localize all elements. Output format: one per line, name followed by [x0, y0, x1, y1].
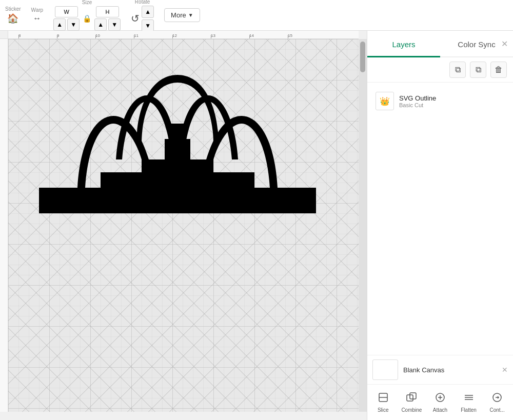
size-h-down-btn[interactable]: ▼ — [108, 18, 121, 31]
more-label: More — [171, 11, 186, 19]
slice-btn[interactable]: Slice — [369, 389, 397, 416]
flatten-icon — [463, 392, 475, 406]
delete-icon: 🗑 — [495, 65, 503, 74]
panel-close-icon[interactable]: ✕ — [501, 39, 508, 49]
caret-icon: ▼ — [188, 12, 193, 18]
right-panel: Layers Color Sync ✕ ⧉ ⧉ 🗑 👑 — [367, 31, 513, 420]
slice-label: Slice — [378, 407, 389, 413]
panel-actions: Slice Combine Attach Flatten — [367, 384, 513, 420]
attach-label: Attach — [433, 407, 447, 413]
ruler-vertical — [0, 39, 8, 412]
blank-canvas-item[interactable]: Blank Canvas ✕ — [367, 355, 513, 384]
panel-tabs: Layers Color Sync ✕ — [367, 31, 513, 57]
scrollbar-vertical[interactable] — [359, 39, 367, 412]
canvas-area[interactable]: 8 9 10 11 12 13 14 15 — [0, 31, 367, 420]
warp-label: Warp — [31, 7, 44, 13]
rotate-up-btn[interactable]: ▲ — [142, 6, 154, 18]
sticker-label: Sticker — [5, 6, 21, 12]
duplicate-icon: ⧉ — [476, 65, 481, 74]
canvas-grid[interactable] — [8, 39, 359, 412]
blank-canvas-close-icon[interactable]: ✕ — [502, 366, 508, 374]
size-w-input[interactable] — [55, 6, 78, 17]
attach-icon — [435, 392, 446, 406]
ruler-corner — [0, 31, 8, 39]
combine-btn[interactable]: Combine — [398, 389, 426, 416]
svg-rect-0 — [39, 188, 316, 213]
svg-rect-3 — [165, 139, 190, 162]
flatten-btn[interactable]: Flatten — [455, 389, 483, 416]
main-toolbar: Sticker 🏠 Warp ↔ Size ▲ ▼ 🔒 ▲ — [0, 0, 513, 31]
duplicate-layer-btn[interactable]: ⧉ — [470, 62, 486, 78]
ruler-tick-11: 11 — [134, 33, 139, 38]
sticker-group: Sticker 🏠 — [5, 6, 21, 24]
size-up-btn[interactable]: ▲ — [53, 18, 66, 31]
ruler-tick-15: 15 — [288, 33, 292, 38]
more-button[interactable]: More ▼ — [164, 8, 200, 22]
flatten-label: Flatten — [461, 407, 477, 413]
size-down-btn[interactable]: ▼ — [67, 18, 80, 31]
ruler-tick-13: 13 — [211, 33, 215, 38]
warp-group: Warp ↔ — [31, 7, 44, 23]
copy-icon: ⧉ — [455, 65, 461, 74]
layer-thumb-svg: 👑 — [376, 92, 394, 110]
combine-label: Combine — [401, 407, 422, 413]
blank-canvas-thumb — [372, 359, 398, 380]
ruler-tick-12: 12 — [172, 33, 177, 38]
rotate-group: Rotate ↺ ▲ ▼ — [131, 0, 154, 32]
scrollbar-thumb[interactable] — [360, 42, 365, 72]
size-h-up-btn[interactable]: ▲ — [94, 18, 107, 31]
lock-icon: 🔒 — [83, 14, 91, 23]
ruler-tick-14: 14 — [249, 33, 254, 38]
cont-icon — [491, 392, 503, 406]
layer-name-svg: SVG Outline — [399, 94, 436, 102]
size-label: Size — [82, 0, 92, 5]
fountain-svg[interactable] — [34, 65, 321, 224]
delete-layer-btn[interactable]: 🗑 — [490, 62, 507, 78]
copy-layer-btn[interactable]: ⧉ — [449, 62, 466, 78]
layer-sub-svg: Basic Cut — [399, 102, 436, 108]
rotate-down-btn[interactable]: ▼ — [142, 19, 154, 32]
combine-icon — [406, 392, 417, 406]
layers-list: 👑 SVG Outline Basic Cut — [367, 83, 513, 355]
ruler-horizontal: 8 9 10 11 12 13 14 15 — [8, 31, 359, 39]
cont-btn[interactable]: Cont... — [483, 389, 511, 416]
tab-layers[interactable]: Layers — [367, 31, 440, 57]
size-group: Size ▲ ▼ 🔒 ▲ ▼ — [53, 0, 121, 31]
main-area: 8 9 10 11 12 13 14 15 — [0, 31, 513, 420]
ruler-tick-10: 10 — [95, 33, 100, 38]
layer-item-svg[interactable]: 👑 SVG Outline Basic Cut — [372, 88, 508, 114]
attach-btn[interactable]: Attach — [426, 389, 454, 416]
rotate-label: Rotate — [135, 0, 150, 5]
size-h-input[interactable] — [96, 6, 119, 17]
blank-canvas-label: Blank Canvas — [403, 366, 444, 374]
slice-icon — [378, 392, 389, 406]
cont-label: Cont... — [489, 407, 504, 413]
panel-toolbar: ⧉ ⧉ 🗑 — [367, 57, 513, 83]
layer-info-svg: SVG Outline Basic Cut — [399, 94, 436, 108]
